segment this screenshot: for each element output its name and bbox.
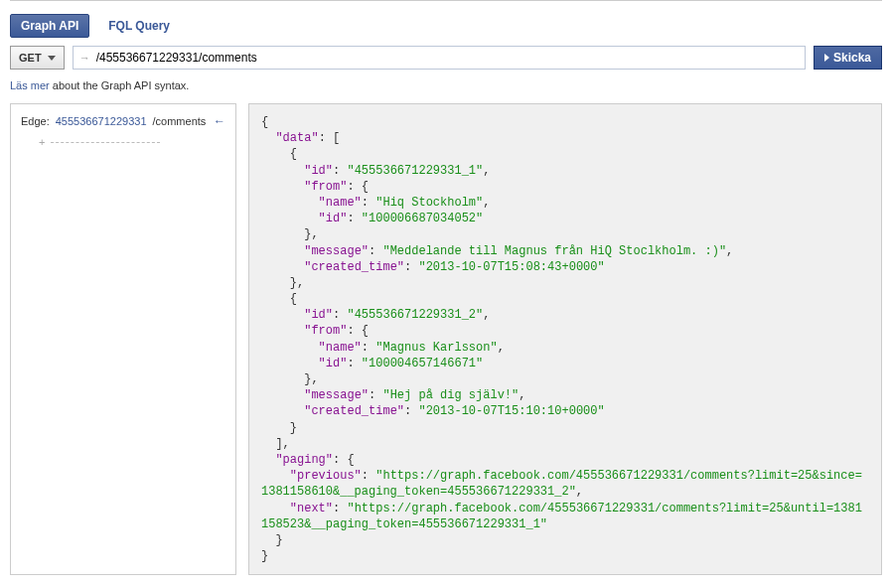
edge-row: Edge: 455536671229331/comments ← xyxy=(21,114,225,128)
mode-tabs: Graph API FQL Query xyxy=(10,14,882,38)
connection-suffix: /comments xyxy=(153,115,207,127)
response-panel: { "data": [ { "id": "455536671229331_1",… xyxy=(248,103,882,575)
path-input[interactable] xyxy=(94,47,799,69)
add-placeholder-line xyxy=(51,142,160,143)
submit-label: Skicka xyxy=(833,51,871,65)
play-icon xyxy=(824,54,829,62)
path-input-wrapper[interactable]: → xyxy=(73,46,806,70)
arrow-right-icon: → xyxy=(79,52,90,64)
help-text: Läs mer about the Graph API syntax. xyxy=(10,79,882,91)
help-rest: about the Graph API syntax. xyxy=(50,79,190,91)
chevron-down-icon xyxy=(48,56,56,61)
http-method-select[interactable]: GET xyxy=(10,46,65,70)
tab-fql-query[interactable]: FQL Query xyxy=(97,14,181,38)
back-arrow-icon[interactable]: ← xyxy=(214,114,225,128)
add-field-button[interactable]: + xyxy=(39,136,225,148)
node-sidebar: Edge: 455536671229331/comments ← + xyxy=(10,103,236,575)
tab-graph-api[interactable]: Graph API xyxy=(10,14,89,38)
query-row: GET → Skicka xyxy=(10,46,882,70)
node-id-link[interactable]: 455536671229331 xyxy=(56,115,147,127)
plus-icon: + xyxy=(39,136,45,148)
http-method-label: GET xyxy=(19,52,42,64)
submit-button[interactable]: Skicka xyxy=(814,46,882,70)
edge-label: Edge: xyxy=(21,115,50,127)
learn-more-link[interactable]: Läs mer xyxy=(10,79,50,91)
